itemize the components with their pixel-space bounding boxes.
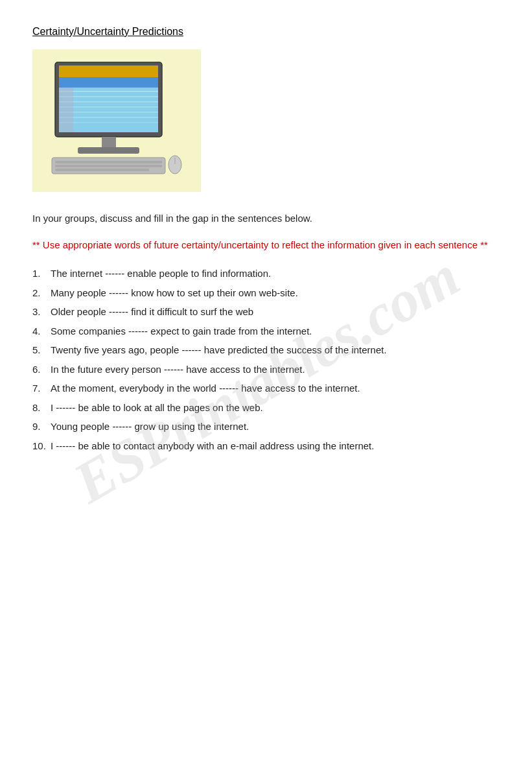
list-item: Many people ------ know how to set up th… [32,286,500,301]
list-item: Older people ------ find it difficult to… [32,305,500,320]
svg-rect-11 [59,88,73,132]
page-title: Certainty/Uncertainty Predictions [32,26,500,38]
note-suffix: ** [480,239,488,250]
instructions-note: ** Use appropriate words of future certa… [32,238,500,253]
svg-rect-2 [59,65,158,77]
list-item: Young people ------ grow up using the in… [32,420,500,434]
computer-illustration [49,59,185,182]
note-prefix: ** Use appropriate words of future certa… [32,239,480,250]
svg-rect-17 [55,169,149,171]
list-item: The internet ------ enable people to fin… [32,266,500,281]
sentences-list: The internet ------ enable people to fin… [32,266,500,453]
image-container [32,49,201,192]
list-item: Twenty five years ago, people ------ hav… [32,343,500,358]
svg-rect-16 [55,165,162,167]
svg-rect-3 [59,77,158,88]
list-item: Some companies ------ expect to gain tra… [32,324,500,339]
list-item: I ------ be able to look at all the page… [32,401,500,416]
svg-rect-12 [102,137,116,148]
list-item: At the moment, everybody in the world --… [32,381,500,396]
svg-rect-15 [55,161,162,163]
list-item: I ------ be able to contact anybody with… [32,439,500,454]
list-item: In the future every person ------ have a… [32,362,500,377]
instructions-text: In your groups, discuss and fill in the … [32,211,500,226]
svg-rect-13 [78,147,139,154]
